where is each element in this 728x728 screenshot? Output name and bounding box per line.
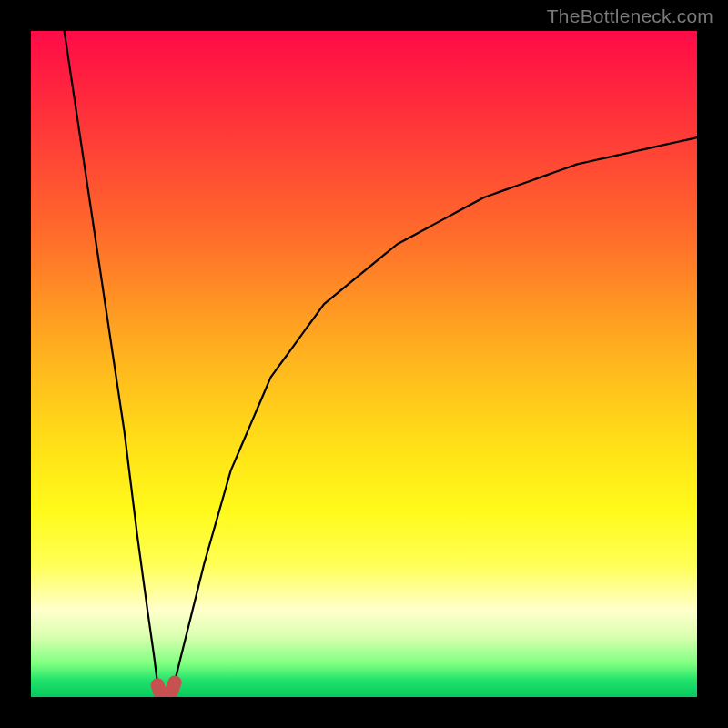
curve-left-branch xyxy=(65,31,161,697)
chart-frame: TheBottleneck.com xyxy=(0,0,728,728)
curve-group xyxy=(65,31,697,697)
chart-svg xyxy=(31,31,697,697)
valley-marker xyxy=(157,682,175,696)
plot-area xyxy=(31,31,697,697)
attribution-watermark: TheBottleneck.com xyxy=(547,5,713,27)
curve-right-branch xyxy=(171,137,697,697)
